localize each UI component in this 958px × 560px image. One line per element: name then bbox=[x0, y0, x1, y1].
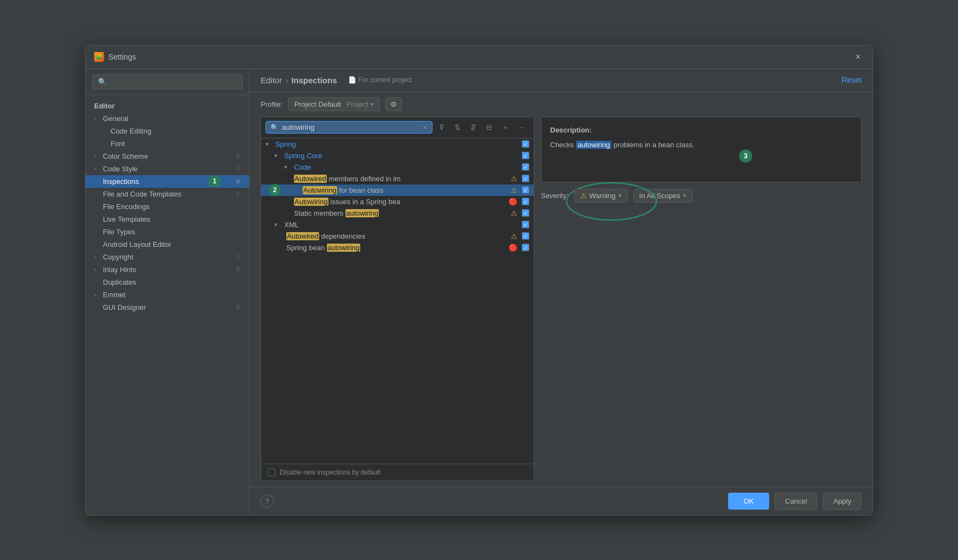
tree-group-spring-core-label: Spring Core bbox=[284, 152, 322, 160]
for-project-text: For current project bbox=[359, 76, 412, 84]
close-button[interactable]: × bbox=[852, 51, 864, 63]
sidebar-item-general[interactable]: › General bbox=[85, 112, 249, 125]
sidebar-item-label: File Encodings bbox=[103, 203, 149, 211]
tree-group-xml-label: XML bbox=[284, 221, 299, 229]
help-button[interactable]: ? bbox=[261, 494, 274, 507]
sidebar-item-label: Android Layout Editor bbox=[103, 240, 171, 249]
scopes-dropdown[interactable]: In All Scopes ▾ bbox=[633, 189, 692, 203]
sidebar-item-emmet[interactable]: › Emmet bbox=[85, 288, 249, 301]
sidebar-search-input[interactable] bbox=[92, 74, 243, 89]
gear-button[interactable]: ⚙ bbox=[385, 97, 402, 111]
description-text: Checks autowiring problems in a bean cla… bbox=[550, 141, 694, 149]
reset-button[interactable]: Reset bbox=[841, 76, 862, 84]
description-box: Description: Checks autowiring problems … bbox=[541, 117, 862, 182]
sidebar-item-label: General bbox=[103, 114, 128, 123]
ok-button[interactable]: OK bbox=[728, 493, 769, 510]
spring-checkbox[interactable] bbox=[522, 140, 529, 148]
error-icon: 🔴 bbox=[509, 198, 517, 206]
sidebar-item-color-scheme[interactable]: › Color Scheme ⎘ bbox=[85, 150, 249, 163]
scopes-value: In All Scopes bbox=[639, 192, 680, 200]
cancel-button[interactable]: Cancel bbox=[775, 493, 817, 510]
tree-item-autowired-deps[interactable]: Autowired dependencies ⚠ bbox=[261, 230, 534, 242]
sidebar-item-label: Font bbox=[111, 140, 125, 148]
item-checkbox[interactable] bbox=[522, 175, 529, 182]
item-checkbox2[interactable] bbox=[522, 186, 529, 194]
sidebar-item-android-layout-editor[interactable]: › Android Layout Editor bbox=[85, 238, 249, 251]
tree-item-static-members[interactable]: Static members autowiring ⚠ bbox=[261, 207, 534, 219]
title-bar: 🧩 Settings × bbox=[85, 45, 873, 69]
tree-item-autowiring-bean[interactable]: 2 Autowiring for bean class ⚠ bbox=[261, 184, 534, 196]
item-checkbox6[interactable] bbox=[522, 244, 529, 251]
inspections-left-panel: 🔍 ✕ ⊽ ⇅ ⇵ ⊟ ＋ － bbox=[261, 117, 534, 481]
breadcrumb-bar: Editor › Inspections 📄 For current proje… bbox=[250, 69, 873, 92]
disable-checkbox[interactable] bbox=[268, 469, 275, 476]
tree-item-text: Autowired dependencies bbox=[286, 232, 509, 240]
sidebar-item-file-code-templates[interactable]: › File and Code Templates ⎘ bbox=[85, 188, 249, 200]
sidebar-item-label: Emmet bbox=[103, 291, 125, 299]
chevron-icon: › bbox=[94, 266, 101, 273]
clear-icon[interactable]: ✕ bbox=[422, 124, 428, 131]
item-checkbox3[interactable] bbox=[522, 198, 529, 205]
tree-group-spring[interactable]: ▾ Spring bbox=[261, 138, 534, 150]
expand-all-button[interactable]: ⇅ bbox=[451, 121, 464, 134]
tree-item-autowired-members[interactable]: Autowired members defined in im ⚠ bbox=[261, 173, 534, 184]
apply-button[interactable]: Apply bbox=[823, 493, 862, 510]
xml-checkbox[interactable] bbox=[522, 221, 529, 228]
sidebar-item-code-editing[interactable]: › Code Editing bbox=[85, 125, 249, 137]
warning-icon3: ⚠ bbox=[511, 209, 517, 217]
chevron-down-icon: ▾ bbox=[274, 152, 282, 159]
filter-button[interactable]: ⊽ bbox=[436, 121, 448, 134]
remove-button[interactable]: － bbox=[516, 120, 529, 135]
severity-row: 3 Severity: ⚠ Warning ▾ bbox=[541, 182, 862, 203]
item-checkbox5[interactable] bbox=[522, 232, 529, 240]
group-button[interactable]: ⊟ bbox=[483, 121, 495, 134]
sidebar-item-inspections[interactable]: 1 › Inspections ⎘ bbox=[85, 175, 249, 188]
search-input[interactable] bbox=[282, 123, 419, 131]
profile-label: Profile: bbox=[261, 100, 282, 108]
severity-dropdown-wrap: ⚠ Warning ▾ bbox=[574, 189, 628, 203]
sidebar-item-file-types[interactable]: › File Types bbox=[85, 226, 249, 238]
sidebar-item-code-style[interactable]: › Code Style ⎘ bbox=[85, 163, 249, 175]
inspections-area: 🔍 ✕ ⊽ ⇅ ⇵ ⊟ ＋ － bbox=[250, 117, 873, 487]
tree-item-text: Static members autowiring bbox=[294, 209, 509, 217]
chevron-icon: › bbox=[94, 153, 101, 159]
copy-icon6: ⎘ bbox=[236, 266, 240, 273]
sidebar-item-inlay-hints[interactable]: › Inlay Hints ⎘ bbox=[85, 263, 249, 276]
tree-group-spring-core[interactable]: ▾ Spring Core bbox=[261, 150, 534, 161]
main-content: Editor › General › Code Editing › Font bbox=[85, 69, 873, 515]
sidebar-item-file-encodings[interactable]: › File Encodings bbox=[85, 200, 249, 213]
tree-item-spring-bean-autowiring[interactable]: Spring bean autowiring 🔴 bbox=[261, 242, 534, 253]
settings-dialog: 🧩 Settings × Editor › General › Code Edi… bbox=[85, 45, 873, 516]
app-icon: 🧩 bbox=[94, 52, 104, 62]
tree-item-autowiring-issues[interactable]: Autowiring issues in a Spring bea 🔴 bbox=[261, 196, 534, 207]
annotation-badge-2: 2 bbox=[269, 184, 281, 196]
desc-pre: Checks bbox=[550, 141, 576, 149]
error-icon2: 🔴 bbox=[509, 244, 517, 252]
desc-post: problems in a bean class. bbox=[611, 141, 694, 149]
profile-dropdown[interactable]: Project Default Project ▾ bbox=[288, 97, 380, 111]
spring-core-checkbox[interactable] bbox=[522, 152, 529, 159]
sidebar-item-font[interactable]: › Font bbox=[85, 137, 249, 150]
sidebar-item-live-templates[interactable]: › Live Templates bbox=[85, 213, 249, 226]
sidebar-item-label: Inlay Hints bbox=[103, 265, 136, 274]
code-checkbox[interactable] bbox=[522, 163, 529, 171]
sidebar-tree: Editor › General › Code Editing › Font bbox=[85, 95, 249, 515]
tree-item-text: Autowired members defined in im bbox=[294, 175, 509, 183]
sidebar-item-copyright[interactable]: › Copyright ⎘ bbox=[85, 251, 249, 263]
tree-group-code[interactable]: ▾ Code bbox=[261, 161, 534, 173]
button-group: OK Cancel Apply bbox=[728, 493, 862, 510]
tree-group-spring-label: Spring bbox=[275, 140, 296, 148]
collapse-all-button[interactable]: ⇵ bbox=[467, 121, 480, 134]
tree-area: ▾ Spring ▾ Spring Core bbox=[261, 138, 534, 464]
add-button[interactable]: ＋ bbox=[499, 120, 512, 135]
item-checkbox4[interactable] bbox=[522, 209, 529, 217]
tree-group-code-label: Code bbox=[294, 163, 311, 171]
severity-label: Severity: bbox=[541, 192, 569, 200]
tree-group-xml[interactable]: ▾ XML bbox=[261, 219, 534, 230]
sidebar-item-gui-designer[interactable]: › GUI Designer ⎘ bbox=[85, 301, 249, 314]
severity-dropdown[interactable]: ⚠ Warning ▾ bbox=[574, 189, 628, 203]
sidebar-item-label: Inspections bbox=[103, 177, 139, 186]
chevron-icon: › bbox=[94, 291, 101, 298]
sidebar-item-duplicates[interactable]: › Duplicates bbox=[85, 276, 249, 288]
tree-item-text: Autowiring for bean class bbox=[303, 186, 509, 194]
